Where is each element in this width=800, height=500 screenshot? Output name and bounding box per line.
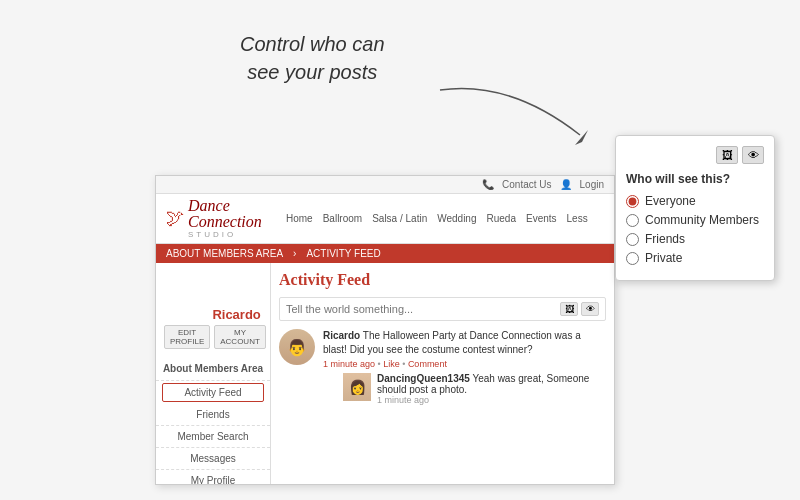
annotation: Control who can see your posts [240,30,385,86]
feed-item-text: Ricardo The Halloween Party at Dance Con… [323,329,606,357]
feed-item-content: Ricardo The Halloween Party at Dance Con… [323,329,606,405]
feed-item: 👨 Ricardo The Halloween Party at Dance C… [279,329,606,405]
radio-friends-label: Friends [645,232,685,246]
content-area: 👨 Ricardo EDIT PROFILE MY ACCOUNT About … [156,263,614,485]
profile-buttons: EDIT PROFILE MY ACCOUNT [164,325,266,349]
post-visibility-icon[interactable]: 👁 [581,302,599,316]
nav-events[interactable]: Events [526,213,557,224]
visibility-popup: 🖼 👁 Who will see this? Everyone Communit… [615,135,775,281]
feed-author-avatar: 👨 [279,329,315,365]
breadcrumb-feed[interactable]: ACTIVITY FEED [306,248,380,259]
logo-area: 🕊 Dance Connection STUDIO [166,198,286,239]
nav-rueda[interactable]: Rueda [487,213,516,224]
popup-title: Who will see this? [626,172,764,186]
radio-everyone-label: Everyone [645,194,696,208]
main-nav: Home Ballroom Salsa / Latin Wedding Rued… [286,213,588,224]
reply-author: DancingQueen1345 [377,373,470,384]
radio-private-label: Private [645,251,682,265]
top-bar: 📞 Contact Us 👤 Login [156,176,614,194]
feed-item-body: The Halloween Party at Dance Connection … [323,330,581,355]
reply-avatar: 👩 [343,373,371,401]
popup-header: 🖼 👁 [626,146,764,164]
breadcrumb-separator: › [293,248,296,259]
sidebar-item-activity-feed[interactable]: Activity Feed [162,383,264,402]
activity-feed-title: Activity Feed [279,271,606,289]
reply-meta: 1 minute ago [377,395,606,405]
brand-name: Dance Connection [188,198,286,230]
sidebar-menu: About Members Area Activity Feed Friends… [156,353,270,485]
radio-friends[interactable]: Friends [626,232,764,246]
logo-bird-icon: 🕊 [166,208,184,229]
nav-wedding[interactable]: Wedding [437,213,476,224]
feed-like-link[interactable]: Like [383,359,400,369]
radio-community[interactable]: Community Members [626,213,764,227]
image-icon-btn[interactable]: 🖼 [716,146,738,164]
breadcrumb-bar: ABOUT MEMBERS AREA › ACTIVITY FEED [156,244,614,263]
reply-content: DancingQueen1345 Yeah was great, Someone… [377,373,606,405]
main-content: Activity Feed 🖼 👁 👨 Ricardo The Hallowee… [271,263,614,485]
studio-label: STUDIO [188,230,286,239]
sidebar-item-messages[interactable]: Messages [156,448,270,470]
arrow-decoration [430,80,630,160]
my-account-button[interactable]: MY ACCOUNT [214,325,266,349]
profile-name: Ricardo [164,307,266,322]
phone-icon: 📞 [482,179,494,190]
browser-window: 📞 Contact Us 👤 Login 🕊 Dance Connection … [155,175,615,485]
sidebar-item-member-search[interactable]: Member Search [156,426,270,448]
post-image-icon[interactable]: 🖼 [560,302,578,316]
popup-icon-group: 🖼 👁 [716,146,764,164]
annotation-line2: see your posts [247,61,377,83]
sidebar: 👨 Ricardo EDIT PROFILE MY ACCOUNT About … [156,263,271,485]
feed-item-meta: 1 minute ago • Like • Comment [323,359,606,369]
nav-salsa[interactable]: Salsa / Latin [372,213,427,224]
feed-author-name: Ricardo [323,330,360,341]
radio-private[interactable]: Private [626,251,764,265]
annotation-line1: Control who can [240,33,385,55]
logo-nav-area: 🕊 Dance Connection STUDIO Home Ballroom … [156,194,614,244]
feed-comment-link[interactable]: Comment [408,359,447,369]
sidebar-item-friends[interactable]: Friends [156,404,270,426]
feed-reply: 👩 DancingQueen1345 Yeah was great, Someo… [323,373,606,405]
feed-time: 1 minute ago [323,359,375,369]
edit-profile-button[interactable]: EDIT PROFILE [164,325,210,349]
contact-link[interactable]: Contact Us [502,179,551,190]
radio-everyone[interactable]: Everyone [626,194,764,208]
nav-less[interactable]: Less [567,213,588,224]
nav-home[interactable]: Home [286,213,313,224]
user-icon: 👤 [560,179,572,190]
login-link[interactable]: Login [580,179,604,190]
post-input-area: 🖼 👁 [279,297,606,321]
sidebar-menu-title: About Members Area [156,357,270,381]
sidebar-item-my-profile[interactable]: My Profile [156,470,270,485]
post-input-icons: 🖼 👁 [560,302,599,316]
breadcrumb-members[interactable]: ABOUT MEMBERS AREA [166,248,283,259]
reply-text: DancingQueen1345 Yeah was great, Someone… [377,373,606,395]
radio-community-label: Community Members [645,213,759,227]
nav-ballroom[interactable]: Ballroom [323,213,362,224]
post-input[interactable] [286,303,560,315]
eye-icon-btn[interactable]: 👁 [742,146,764,164]
